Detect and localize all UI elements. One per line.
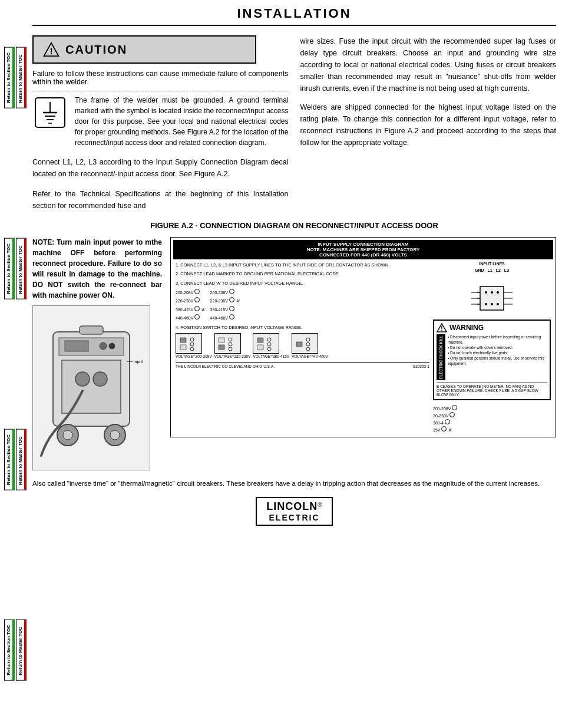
welder-svg: input bbox=[35, 308, 147, 467]
svg-rect-10 bbox=[65, 341, 88, 351]
warning-items-list: • Disconnect input power before inspecti… bbox=[448, 334, 547, 380]
svg-point-31 bbox=[229, 342, 232, 346]
figure-section: NOTE: Turn main input power to mthe mach… bbox=[32, 237, 556, 470]
right-voltage-cols: 200-208V 20-230V 380-4 15V 'A' bbox=[433, 405, 551, 432]
right-col: wire sizes. Fuse the input circuit with … bbox=[300, 35, 557, 212]
return-master-toc-1[interactable]: Return to Master TOC bbox=[16, 47, 27, 108]
volt-item: 200-208V bbox=[176, 289, 206, 297]
return-master-toc-3[interactable]: Return to Master TOC bbox=[16, 429, 27, 490]
volt-label-380: VOLTAGE=380-415V bbox=[253, 354, 289, 360]
diagram-right-section: INPUT LINES GND L1 L2 L3 bbox=[433, 262, 551, 432]
warning-box: ! WARNING ELECTRIC SHOCK KILL • Disconne… bbox=[433, 319, 551, 400]
volt-label-200: VOLTAGE=200-208V bbox=[176, 354, 212, 360]
ground-text: The frame of the welder must be grounded… bbox=[75, 95, 289, 148]
svg-point-54 bbox=[497, 291, 499, 294]
caution-label: CAUTION bbox=[65, 43, 127, 57]
warning-shock-section: ELECTRIC SHOCK KILL • Disconnect input p… bbox=[437, 334, 547, 380]
switch-220: VOLTAGE=220-230V bbox=[214, 333, 251, 360]
svg-rect-34 bbox=[257, 345, 263, 350]
l1-label: L1 bbox=[488, 268, 492, 272]
volt-item: 200-208V bbox=[210, 289, 240, 297]
nav-group-1: Return to Section TOC Return to Master T… bbox=[1, 47, 29, 108]
l3-label: L3 bbox=[504, 268, 509, 272]
diagram-footer: THE LINCOLN ELECTRIC CO CLEVELAND OHIO U… bbox=[176, 362, 429, 370]
volt-col-1: 200-208V 220-230V 380-415V 'A' 440-460V bbox=[176, 289, 206, 322]
welders-text: Welders are shipped connected for the hi… bbox=[300, 101, 557, 149]
top-two-col: ! CAUTION Failure to follow these instru… bbox=[32, 35, 556, 212]
svg-point-56 bbox=[491, 303, 493, 305]
voltage-rows-left: 200-208V 220-230V 380-415V 'A' 440-460V … bbox=[176, 289, 429, 322]
svg-rect-33 bbox=[257, 338, 263, 342]
switch-diagrams: VOLTAGE=200-208V bbox=[176, 333, 429, 360]
volt-col-right-1: 200-208V 20-230V 380-4 15V 'A' bbox=[433, 405, 457, 432]
step3-text: 3. CONNECT LEAD 'A' TO DESIRED INPUT VOL… bbox=[176, 280, 429, 286]
logo-lincoln-line: LINCOLN® bbox=[266, 500, 322, 513]
volt-item: 380-4 bbox=[433, 419, 457, 425]
warning-header: ! WARNING bbox=[437, 323, 547, 332]
svg-rect-29 bbox=[219, 345, 224, 350]
volt-item: 220-230V 'A' bbox=[210, 297, 240, 305]
svg-point-35 bbox=[267, 338, 271, 341]
svg-point-14 bbox=[75, 372, 90, 386]
switch-440: VOLTAGE=440-460V bbox=[292, 333, 328, 360]
warning-title: WARNING bbox=[449, 324, 484, 332]
svg-point-52 bbox=[485, 291, 487, 294]
left-col: ! CAUTION Failure to follow these instru… bbox=[32, 35, 289, 212]
svg-point-55 bbox=[485, 303, 487, 305]
refer-text: Refer to the Technical Specifications at… bbox=[32, 188, 289, 212]
diagram-header-line3: CONNECTED FOR 440 (OR 460) VOLTS bbox=[177, 252, 550, 258]
warning-item-4: • Only qualified persons should install,… bbox=[448, 355, 547, 366]
diagram-header-line1: INPUT SUPPLY CONNECTION DIAGRAM bbox=[177, 242, 550, 247]
return-section-toc-1[interactable]: Return to Section TOC bbox=[4, 47, 15, 108]
return-master-toc-2[interactable]: Return to Master TOC bbox=[16, 238, 27, 299]
logo-lincoln-text: LINCOLN bbox=[266, 500, 318, 512]
bottom-text: Also called "inverse time" or "thermal/m… bbox=[32, 479, 556, 489]
caution-triangle-icon: ! bbox=[43, 41, 59, 58]
nav-group-4: Return to Section TOC Return to Master T… bbox=[1, 620, 29, 681]
svg-point-18 bbox=[63, 430, 72, 440]
caution-box: ! CAUTION bbox=[32, 35, 256, 64]
svg-point-15 bbox=[93, 372, 107, 386]
svg-point-57 bbox=[497, 303, 499, 305]
svg-point-36 bbox=[267, 342, 271, 346]
connection-diagram: INPUT SUPPLY CONNECTION DIAGRAM NOTE: MA… bbox=[170, 237, 556, 437]
cease-text: E CEASES TO OPERATE (NO METER, NO FAN) A… bbox=[437, 383, 547, 397]
ground-section: The frame of the welder must be grounded… bbox=[32, 95, 289, 148]
return-section-toc-4[interactable]: Return to Section TOC bbox=[4, 620, 15, 681]
warning-triangle-icon: ! bbox=[437, 323, 447, 332]
return-master-toc-4[interactable]: Return to Master TOC bbox=[16, 620, 27, 681]
nav-group-2: Return to Section TOC Return to Master T… bbox=[1, 238, 29, 299]
svg-point-19 bbox=[110, 430, 120, 440]
main-content: INSTALLATION ! CAUTION Failure to follow… bbox=[32, 0, 556, 526]
warning-item-3: • Do not touch electrically live parts. bbox=[448, 350, 547, 355]
svg-point-41 bbox=[306, 347, 310, 351]
electric-shock-label: ELECTRIC SHOCK KILL bbox=[437, 334, 445, 380]
step4-text: 4. POSITION SWITCH TO DESIRED INPUT VOLT… bbox=[176, 324, 429, 331]
svg-text:!: ! bbox=[441, 325, 442, 332]
svg-point-12 bbox=[109, 343, 115, 349]
figure-right: INPUT SUPPLY CONNECTION DIAGRAM NOTE: MA… bbox=[170, 237, 556, 437]
l2-label: L2 bbox=[496, 268, 501, 272]
warning-item-1: • Disconnect input power before inspecti… bbox=[448, 334, 547, 345]
return-section-toc-3[interactable]: Return to Section TOC bbox=[4, 429, 15, 490]
volt-item: 200-208V bbox=[433, 405, 457, 411]
volt-label-440: VOLTAGE=440-460V bbox=[292, 354, 328, 360]
svg-point-11 bbox=[100, 342, 107, 350]
input-lines-label: INPUT LINES bbox=[433, 262, 551, 266]
svg-rect-28 bbox=[219, 338, 224, 342]
gnd-label: GND bbox=[475, 268, 484, 272]
svg-point-25 bbox=[190, 338, 194, 341]
diagram-body: 1. CONNECT L1, L2, & L3 INPUT SUPPLY LIN… bbox=[173, 259, 553, 434]
note-text: NOTE: Turn main input power to mthe mach… bbox=[32, 237, 162, 301]
logo-electric-text: ELECTRIC bbox=[269, 513, 320, 522]
svg-point-27 bbox=[190, 347, 194, 351]
svg-rect-38 bbox=[296, 342, 302, 347]
step2-text: 2. CONNECT LEAD MARKED TO GROUND PER NAT… bbox=[176, 271, 429, 277]
logo-electric-line: ELECTRIC bbox=[266, 513, 322, 522]
svg-point-30 bbox=[229, 338, 232, 341]
ground-symbol-icon bbox=[32, 95, 68, 130]
return-section-toc-2[interactable]: Return to Section TOC bbox=[4, 238, 15, 299]
svg-point-37 bbox=[267, 347, 271, 351]
volt-item: 380-415V 'A' bbox=[176, 306, 206, 314]
gnd-labels: GND L1 L2 L3 bbox=[433, 268, 551, 272]
